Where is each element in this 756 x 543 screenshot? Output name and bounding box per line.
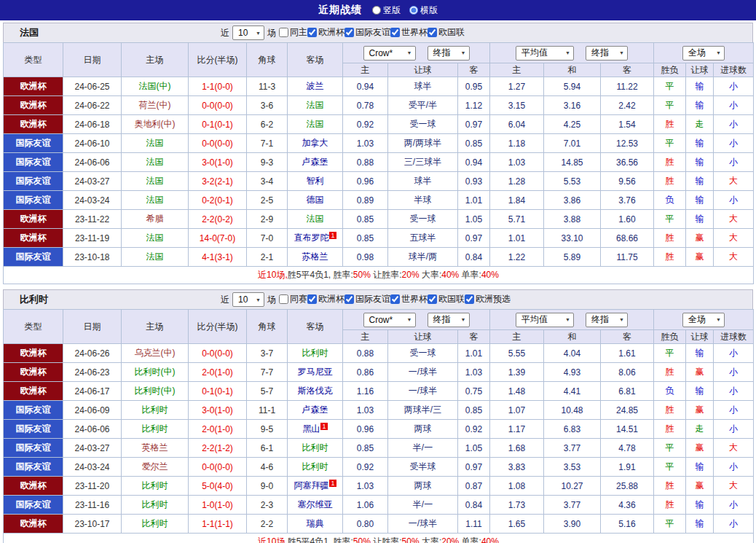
home-odds-cell: 1.16 bbox=[343, 382, 388, 401]
filter-checkbox-input-2[interactable] bbox=[344, 28, 354, 37]
away-team-cell: 德国 bbox=[288, 191, 343, 210]
home-team-cell: 法国 bbox=[122, 229, 189, 248]
home-team-cell: 英格兰 bbox=[122, 439, 189, 458]
scope-select[interactable]: 全场 ▼ bbox=[682, 46, 725, 60]
filter-checkbox-4[interactable]: 欧国联 bbox=[428, 293, 465, 305]
home-team-cell: 比利时 bbox=[122, 496, 189, 515]
match-type-cell: 国际友谊 bbox=[4, 248, 63, 267]
filter-checkbox-input-0[interactable] bbox=[279, 28, 288, 37]
handicap-cell: 球半/两 bbox=[388, 248, 458, 267]
match-type-cell: 欧洲杯 bbox=[4, 477, 63, 496]
layout-radio-0[interactable]: 竖版 bbox=[372, 4, 401, 17]
filter-checkbox-input-5[interactable] bbox=[465, 294, 474, 304]
home-odds-cell: 0.80 bbox=[343, 515, 388, 534]
score-cell: 5-0(4-0) bbox=[189, 477, 247, 496]
team-name-text: 比利时 bbox=[142, 480, 168, 491]
filter-checkbox-5[interactable]: 欧洲预选 bbox=[465, 293, 511, 305]
filter-checkbox-input-1[interactable] bbox=[307, 294, 317, 304]
avg-home-cell: 1.48 bbox=[490, 382, 544, 401]
summary-row: 近10场,胜5平4负1, 胜率:50% 让胜率:20% 大率:40% 单率:40… bbox=[4, 267, 754, 284]
win-draw-loss-cell: 胜 bbox=[654, 401, 686, 420]
games-count-select[interactable]: 10 ▼ bbox=[232, 26, 264, 40]
filter-checkbox-0[interactable]: 同赛 bbox=[279, 293, 307, 305]
odds-stage-select[interactable]: 终指 ▼ bbox=[428, 313, 470, 327]
avg-draw-cell: 10.48 bbox=[544, 401, 601, 420]
away-odds-cell: 1.05 bbox=[458, 210, 490, 229]
avg-stage-select-value: 终指 bbox=[586, 313, 611, 326]
handicap-result-cell: 赢 bbox=[686, 229, 714, 248]
team-name-text: 比利时 bbox=[302, 442, 328, 453]
filter-checkbox-input-4[interactable] bbox=[428, 28, 437, 37]
odds-stage-select[interactable]: 终指 ▼ bbox=[428, 46, 470, 60]
filter-checkbox-input-0[interactable] bbox=[279, 294, 288, 304]
handicap-result-cell: 赢 bbox=[686, 477, 714, 496]
average-select-value: 平均值 bbox=[516, 47, 550, 59]
team-name-text: 英格兰 bbox=[142, 442, 168, 453]
avg-home-cell: 1.68 bbox=[490, 439, 544, 458]
avg-stage-select[interactable]: 终指 ▼ bbox=[586, 46, 628, 60]
handicap-cell: 两球 bbox=[388, 420, 458, 439]
odds-stage-select-value: 终指 bbox=[428, 313, 453, 326]
goals-result-cell: 大 bbox=[714, 210, 754, 229]
col-away-header: 客场 bbox=[288, 43, 343, 77]
layout-radio-input-0[interactable] bbox=[372, 6, 381, 15]
away-team-cell: 塞尔维亚 bbox=[288, 496, 343, 515]
corners-cell: 3-4 bbox=[247, 172, 288, 191]
win-draw-loss-cell: 胜 bbox=[654, 229, 686, 248]
score-cell: 14-0(7-0) bbox=[189, 229, 247, 248]
filter-checkbox-1[interactable]: 欧洲杯 bbox=[307, 26, 344, 39]
layout-radio-input-1[interactable] bbox=[409, 6, 418, 15]
home-odds-cell: 0.86 bbox=[343, 363, 388, 382]
games-label: 场 bbox=[267, 27, 276, 39]
avg-home-cell: 1.08 bbox=[490, 477, 544, 496]
filter-checkbox-input-1[interactable] bbox=[307, 28, 317, 37]
table-row: 欧洲杯24-06-23比利时(中)2-0(1-0)7-7罗马尼亚0.86一/球半… bbox=[4, 363, 754, 382]
away-odds-cell: 1.03 bbox=[458, 363, 490, 382]
home-odds-cell: 0.92 bbox=[343, 115, 388, 134]
chevron-down-icon: ▼ bbox=[714, 50, 724, 55]
table-row: 欧洲杯23-11-19法国14-0(7-0)7-0直布罗陀10.85五球半0.9… bbox=[4, 229, 754, 248]
away-team-cell: 法国 bbox=[288, 115, 343, 134]
filter-checkbox-input-2[interactable] bbox=[344, 294, 354, 304]
goals-result-cell: 小 bbox=[714, 363, 754, 382]
home-team-cell: 乌克兰(中) bbox=[122, 344, 189, 363]
away-odds-cell: 0.84 bbox=[458, 248, 490, 267]
scope-select[interactable]: 全场 ▼ bbox=[682, 313, 725, 327]
filter-checkbox-input-4[interactable] bbox=[428, 294, 437, 304]
filter-checkbox-3[interactable]: 世界杯 bbox=[390, 26, 428, 39]
bookmaker-select[interactable]: Crow* ▼ bbox=[363, 46, 416, 60]
avg-stage-select[interactable]: 终指 ▼ bbox=[586, 313, 628, 327]
games-count-select[interactable]: 10 ▼ bbox=[232, 292, 264, 307]
win-draw-loss-cell: 平 bbox=[654, 515, 686, 534]
team-name-text: 瑞典 bbox=[307, 518, 324, 528]
filter-checkbox-input-3[interactable] bbox=[390, 294, 400, 304]
filter-checkbox-input-3[interactable] bbox=[390, 28, 400, 37]
handicap-result-cell: 赢 bbox=[686, 248, 714, 267]
filter-checkbox-4[interactable]: 欧国联 bbox=[428, 26, 465, 39]
chevron-down-icon: ▼ bbox=[254, 297, 264, 302]
handicap-cell: 半/一 bbox=[388, 496, 458, 515]
away-team-cell: 法国 bbox=[288, 96, 343, 115]
layout-radio-1[interactable]: 横版 bbox=[409, 4, 438, 17]
table-row: 欧洲杯23-11-22希腊2-2(0-2)2-9法国0.85受一球1.055.7… bbox=[4, 210, 754, 229]
handicap-cell: 一/球半 bbox=[388, 382, 458, 401]
filter-checkbox-2[interactable]: 国际友谊 bbox=[344, 26, 390, 39]
filter-checkbox-3[interactable]: 世界杯 bbox=[390, 293, 428, 305]
summary-segment: 胜率: bbox=[333, 270, 353, 280]
goals-result-cell: 小 bbox=[714, 401, 754, 420]
filter-checkbox-2[interactable]: 国际友谊 bbox=[344, 293, 390, 305]
score-cell: 3-2(2-1) bbox=[189, 172, 247, 191]
goals-result-cell: 小 bbox=[714, 496, 754, 515]
summary-segment: 50% bbox=[402, 536, 420, 543]
average-select[interactable]: 平均值 ▼ bbox=[516, 46, 574, 60]
filter-checkbox-0[interactable]: 同主 bbox=[279, 26, 307, 39]
corners-cell: 9-5 bbox=[247, 420, 288, 439]
match-type-cell: 欧洲杯 bbox=[4, 344, 63, 363]
handicap-result-cell: 输 bbox=[686, 153, 714, 172]
table-row: 国际友谊23-11-16比利时1-0(1-0)2-3塞尔维亚1.06半/一0.8… bbox=[4, 496, 754, 515]
filter-checkbox-1[interactable]: 欧洲杯 bbox=[307, 293, 344, 305]
bookmaker-select[interactable]: Crow* ▼ bbox=[363, 313, 416, 327]
table-row: 欧洲杯24-06-26乌克兰(中)0-0(0-0)3-7比利时0.88受一球1.… bbox=[4, 344, 754, 363]
match-type-cell: 欧洲杯 bbox=[4, 382, 63, 401]
average-select[interactable]: 平均值 ▼ bbox=[516, 313, 574, 327]
